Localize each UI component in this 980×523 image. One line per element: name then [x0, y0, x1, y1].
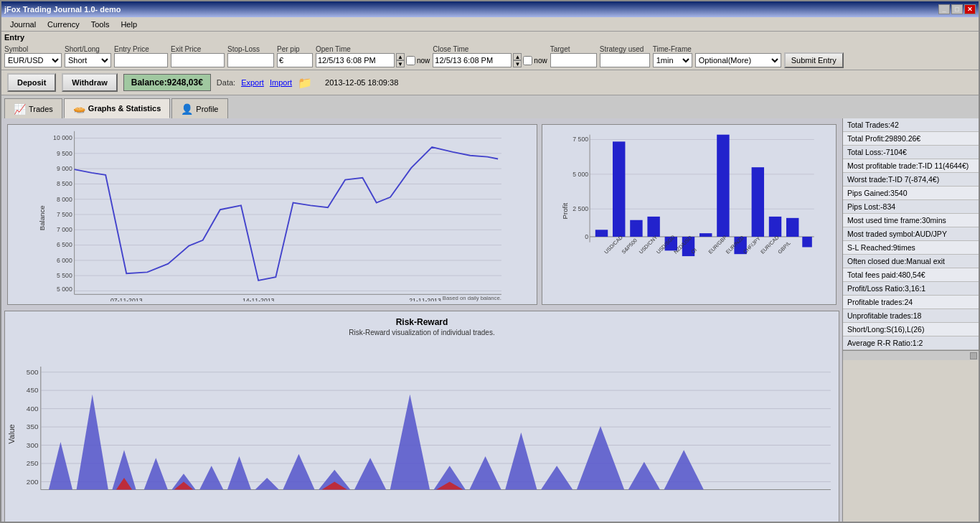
stat-total-trades: Total Trades:42 — [843, 118, 979, 132]
optional-select[interactable]: Optional(More) — [695, 53, 781, 67]
export-link[interactable]: Export — [241, 78, 264, 87]
open-time-input[interactable] — [316, 53, 395, 67]
stop-loss-label: Stop-Loss — [227, 45, 260, 53]
maximize-button[interactable]: □ — [951, 4, 963, 14]
scroll-thumb[interactable] — [970, 352, 977, 359]
stat-total-profit: Total Profit:29890.26€ — [843, 132, 979, 146]
optional-label — [695, 45, 697, 53]
close-button[interactable]: ✕ — [964, 4, 976, 14]
risk-reward-svg: Value 500 450 400 350 300 250 200 — [5, 337, 839, 523]
bar-chart: Profit 7 500 5 000 2 500 0 — [542, 124, 837, 305]
submit-button[interactable]: Submit Entry — [784, 52, 844, 68]
svg-marker-89 — [227, 456, 251, 489]
titlebar-controls: _ □ ✕ — [938, 4, 976, 14]
stat-unprofitable: Unprofitable trades:18 — [843, 309, 979, 323]
symbol-select[interactable]: EUR/USD — [4, 53, 62, 67]
svg-text:2 500: 2 500 — [573, 205, 588, 212]
strategy-label: Strategy used — [600, 45, 644, 53]
close-time-now-checkbox[interactable] — [523, 56, 532, 65]
deposit-button[interactable]: Deposit — [7, 73, 56, 92]
svg-marker-88 — [199, 466, 223, 489]
svg-text:Profit: Profit — [561, 203, 569, 220]
tab-trades[interactable]: 📈 Trades — [4, 98, 62, 118]
svg-text:07-11-2013: 07-11-2013 — [110, 297, 143, 301]
svg-text:9 500: 9 500 — [57, 150, 72, 157]
svg-text:7 000: 7 000 — [57, 226, 72, 233]
target-group: Target — [550, 45, 597, 67]
open-time-now-checkbox[interactable] — [406, 56, 415, 65]
menu-currency[interactable]: Currency — [42, 19, 85, 30]
risk-reward-subtitle: Risk-Reward visualization of individual … — [8, 329, 836, 336]
svg-text:14-11-2013: 14-11-2013 — [242, 297, 275, 301]
svg-marker-99 — [505, 433, 537, 490]
timestamp: 2013-12-05 18:09:38 — [325, 78, 398, 87]
svg-marker-94 — [354, 458, 386, 489]
svg-text:6 000: 6 000 — [57, 257, 72, 264]
svg-marker-102 — [628, 462, 660, 490]
svg-text:Based on daily balance.: Based on daily balance. — [443, 295, 501, 301]
svg-rect-49 — [752, 167, 764, 237]
svg-text:S&P500: S&P500 — [621, 237, 639, 255]
stats-scroll-indicator[interactable] — [843, 350, 979, 360]
svg-rect-41 — [613, 141, 625, 237]
timeframe-label: Time-Frame — [653, 45, 692, 53]
svg-text:10 000: 10 000 — [53, 134, 72, 141]
tab-graphs-label: Graphs & Statistics — [88, 104, 161, 113]
timeframe-group: Time-Frame 1min — [653, 45, 692, 67]
menu-journal[interactable]: Journal — [4, 19, 42, 30]
svg-text:0: 0 — [585, 233, 588, 240]
close-time-up[interactable]: ▲ — [513, 53, 522, 60]
strategy-input[interactable] — [600, 53, 650, 67]
target-label: Target — [550, 45, 570, 53]
stat-pips-lost: Pips Lost:-834 — [843, 200, 979, 214]
symbol-label: Symbol — [4, 45, 28, 53]
open-time-up[interactable]: ▲ — [396, 53, 405, 60]
profile-icon: 👤 — [181, 103, 193, 115]
titlebar: jFox Trading Journal 1.0- demo _ □ ✕ — [1, 1, 979, 17]
exit-price-input[interactable] — [171, 53, 225, 67]
submit-group: Submit Entry — [784, 44, 844, 68]
stop-loss-input[interactable] — [227, 53, 274, 67]
tab-graphs[interactable]: 🥧 Graphs & Statistics — [64, 98, 170, 118]
svg-text:5 500: 5 500 — [57, 272, 72, 279]
strategy-group: Strategy used — [600, 45, 650, 67]
open-time-down[interactable]: ▼ — [396, 60, 405, 67]
stat-total-loss: Total Loss:-7104€ — [843, 146, 979, 159]
entry-price-input[interactable] — [114, 53, 168, 67]
close-time-input[interactable] — [433, 53, 512, 67]
svg-text:6 500: 6 500 — [57, 241, 72, 248]
svg-text:5 000: 5 000 — [573, 171, 588, 178]
svg-text:500: 500 — [27, 368, 39, 376]
minimize-button[interactable]: _ — [938, 4, 950, 14]
stop-loss-group: Stop-Loss — [227, 45, 274, 67]
import-link[interactable]: Import — [270, 78, 292, 87]
svg-text:7 500: 7 500 — [573, 136, 588, 143]
balance-display: Balance:9248,03€ — [123, 74, 211, 91]
per-pip-input[interactable] — [277, 53, 313, 67]
tab-profile[interactable]: 👤 Profile — [171, 98, 227, 118]
entry-bar: Entry — [1, 32, 979, 43]
folder-icon[interactable]: 📁 — [298, 76, 312, 90]
short-long-select[interactable]: Short Long — [65, 53, 111, 67]
svg-text:GBP/L: GBP/L — [776, 240, 791, 255]
stat-avg-rr: Average R-R Ratio:1:2 — [843, 336, 979, 350]
graphs-icon: 🥧 — [73, 103, 85, 114]
target-input[interactable] — [550, 53, 597, 67]
trades-icon: 📈 — [14, 103, 26, 115]
svg-text:9 000: 9 000 — [57, 165, 72, 172]
timeframe-select[interactable]: 1min — [653, 53, 692, 67]
svg-marker-101 — [577, 426, 624, 490]
stat-short-long: Short/Long:S(16),L(26) — [843, 323, 979, 336]
close-time-down[interactable]: ▼ — [513, 60, 522, 67]
menu-tools[interactable]: Tools — [85, 19, 116, 30]
optional-group: Optional(More) — [695, 45, 781, 67]
entry-label: Entry — [4, 33, 24, 42]
menu-help[interactable]: Help — [115, 19, 143, 30]
svg-rect-51 — [786, 218, 798, 237]
withdraw-button[interactable]: Withdraw — [62, 73, 117, 92]
svg-text:5 000: 5 000 — [57, 286, 72, 293]
balance-chart-svg: Balance 10 000 9 500 9 000 8 500 8 000 7… — [11, 128, 534, 301]
symbol-group: Symbol EUR/USD — [4, 45, 62, 67]
close-time-now-label: now — [534, 57, 547, 65]
per-pip-label: Per pip — [277, 45, 300, 53]
